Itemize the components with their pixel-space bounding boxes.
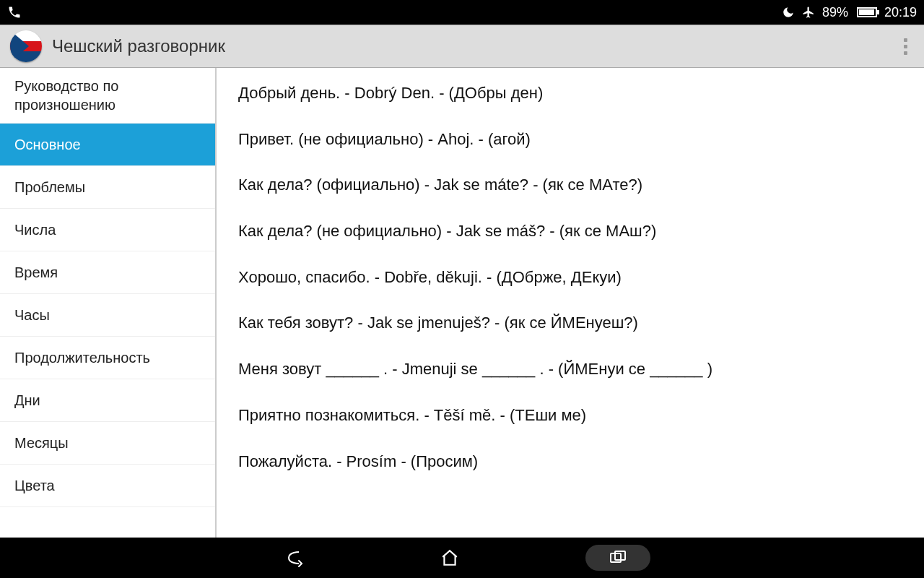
app-flag-icon — [10, 30, 42, 62]
sidebar-item-5[interactable]: Часы — [0, 294, 215, 337]
phrase-row: Привет. (не официально) - Ahoj. - (агой) — [238, 129, 902, 150]
phrase-row: Как дела? (не официально) - Jak se máš? … — [238, 220, 902, 242]
sidebar: Руководство по произношениюОсновноеПробл… — [0, 68, 217, 538]
phrase-row: Пожалуйста. - Prosím - (Просим) — [238, 451, 902, 473]
phrase-row: Как дела? (официально) - Jak se máte? - … — [238, 174, 902, 196]
recent-apps-button[interactable] — [585, 545, 650, 571]
content-area: Руководство по произношениюОсновноеПробл… — [0, 68, 924, 538]
phrase-row: Добрый день. - Dobrý Den. - (ДОбры ден) — [238, 82, 902, 104]
clock-time: 20:19 — [884, 5, 917, 20]
battery-percent: 89% — [822, 5, 848, 20]
phrase-row: Хорошо, спасибо. - Dobře, děkuji. - (ДОб… — [238, 267, 902, 288]
sidebar-item-2[interactable]: Проблемы — [0, 166, 215, 209]
main-panel: Добрый день. - Dobrý Den. - (ДОбры ден)П… — [217, 68, 924, 538]
sidebar-item-6[interactable]: Продолжительность — [0, 337, 215, 379]
nav-bar — [0, 538, 924, 578]
sidebar-item-3[interactable]: Числа — [0, 209, 215, 251]
phone-icon — [7, 5, 22, 20]
status-left — [7, 5, 22, 20]
sidebar-item-7[interactable]: Дни — [0, 379, 215, 422]
battery-icon — [855, 7, 877, 17]
app-title: Чешский разговорник — [52, 36, 897, 56]
status-bar: 89% 20:19 — [0, 0, 924, 25]
phrase-row: Как тебя зовут? - Jak se jmenuješ? - (як… — [238, 312, 902, 334]
status-right: 89% 20:19 — [782, 5, 917, 20]
moon-icon — [782, 6, 795, 19]
app-frame: 89% 20:19 Чешский разговорник Руководств… — [0, 0, 924, 578]
airplane-icon — [802, 6, 815, 19]
back-button[interactable] — [274, 543, 314, 572]
app-bar: Чешский разговорник — [0, 25, 924, 68]
phrase-row: Приятно познакомиться. - Těší mě. - (ТЕш… — [238, 405, 902, 426]
home-button[interactable] — [430, 543, 470, 572]
sidebar-item-1[interactable]: Основное — [0, 124, 215, 166]
sidebar-item-9[interactable]: Цвета — [0, 465, 215, 507]
sidebar-item-8[interactable]: Месяцы — [0, 422, 215, 465]
sidebar-item-4[interactable]: Время — [0, 251, 215, 294]
overflow-menu-button[interactable] — [897, 38, 914, 55]
phrase-row: Меня зовут ______ . - Jmenuji se ______ … — [238, 358, 902, 380]
sidebar-item-0[interactable]: Руководство по произношению — [0, 68, 215, 124]
